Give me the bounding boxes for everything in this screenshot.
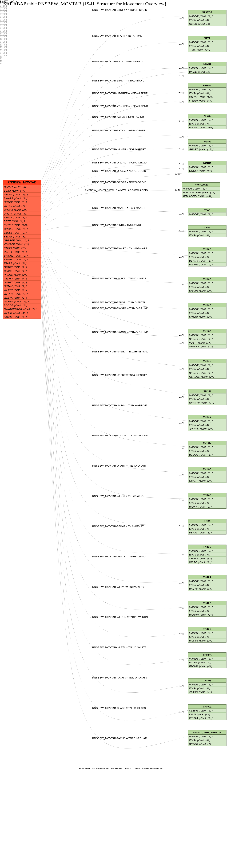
edge-cardinality: 0..N xyxy=(179,333,184,336)
source-field: FACHS [CHAR (8)] xyxy=(3,315,41,318)
edge-cardinality: 0..N xyxy=(179,447,184,450)
source-field: DSPTY [CHAR (8)] xyxy=(3,250,41,254)
target-field: EINRI [CHAR (4)] xyxy=(188,255,226,259)
edge-cardinality: 0..N xyxy=(179,16,184,19)
edge-cardinality: 0..N xyxy=(179,553,184,556)
target-field: UNFAR [CHAR (3)] xyxy=(188,289,226,292)
edge-cardinality: 0..N xyxy=(179,658,184,661)
source-field: STOID [CHAR (3)] xyxy=(3,246,41,250)
target-field: MANDT [CLNT (3)] xyxy=(188,363,226,367)
target-table-NWPLACE: NWPLACEMANDT [CLNT (3)]WPLACETYPE [CHAR … xyxy=(182,182,221,198)
source-field: FACHR [CHAR (4)] xyxy=(3,277,41,281)
target-field: MANDT [CLNT (3)] xyxy=(188,88,226,91)
edge-label: RNSBEW_MOVTAB-WLHSP = NGPA-GPART xyxy=(92,148,146,151)
edge-label: RNSBEW_MOVTAB-BETT = NBAU-BAUID xyxy=(92,60,142,63)
source-field: WLTYP [CHAR (6)] xyxy=(3,288,41,292)
one-marker: 1 xyxy=(0,0,1,3)
target-field: EINRI [CHAR (4)] xyxy=(188,285,226,289)
edge-cardinality: 0..N xyxy=(179,607,184,610)
edge-label: RNSBEW_MOVTAB-WLRRN = TN42B-WLRRN xyxy=(92,615,148,618)
edge-cardinality: 0..N xyxy=(179,66,184,69)
edge-label: RNSBEW_MOVTAB-BWGR2 = TN14G-GRUND xyxy=(92,331,148,334)
target-table-TNWAT: TNWAT_ABB_BEFRGRMANDT [CLNT (3)]EINRI [C… xyxy=(188,730,227,746)
target-table-name: NWPLACE xyxy=(182,183,220,187)
target-table-name: NBEW xyxy=(188,83,226,88)
target-table-TNPC1: TNPC1CLIENT [CLNT (3)]INSTI [CHAR (4)]PC… xyxy=(188,704,227,720)
target-field: EINRI [CHAR (4)] xyxy=(188,475,226,479)
target-field: GRUND [CHAR (2)] xyxy=(188,345,226,348)
target-table-name: TN14P xyxy=(188,493,226,497)
target-field: MANDT [CLNT (3)] xyxy=(182,187,220,191)
target-field: BEFGR [CHAR (2)] xyxy=(188,742,226,746)
target-table-NGPA: NGPAMANDT [CLNT (3)]GPART [CHAR (10)] xyxy=(188,139,227,151)
edge-cardinality: 0..N xyxy=(179,283,184,286)
source-field: CLASS [CHAR (4)] xyxy=(3,269,41,273)
target-field: MANDT [CLNT (3)] xyxy=(188,118,226,122)
target-table-name: TN42A xyxy=(188,575,226,579)
edge-label: RNSBEW_MOVTAB-WPLID = NWPLACE-WPLACEID xyxy=(85,189,148,192)
target-table-TN14B: TN14BMANDT [CLNT (3)]EINRI [CHAR (4)]BEW… xyxy=(188,247,227,267)
target-field: MANDT [CLNT (3)] xyxy=(188,471,226,475)
edge-cardinality: 0..N xyxy=(179,135,184,138)
target-field: INSTI [CHAR (4)] xyxy=(188,713,226,716)
target-table-TN42C: TN42CMANDT [CLNT (3)]EINRI [CHAR (4)]WLS… xyxy=(188,627,227,643)
target-field: EINRI [CHAR (4)] xyxy=(188,686,226,690)
target-field: MANDT [CLNT (3)] xyxy=(188,307,226,311)
edge-label: RNSBEW_MOVTAB-TPART = N1TA-TPAE xyxy=(92,34,142,37)
target-table-name: TN42C xyxy=(188,627,226,631)
target-field: ORGID [CHAR (8)] xyxy=(188,557,226,560)
source-field: FALNR [CHAR (10)] xyxy=(3,193,41,196)
target-table-name: TN14D xyxy=(188,303,226,307)
edge-cardinality: 0..N xyxy=(179,230,184,233)
edge-cardinality: 0..N xyxy=(179,42,184,45)
edge-cardinality: 0..N xyxy=(179,341,184,344)
target-field: OPART [CHAR (2)] xyxy=(188,479,226,483)
target-field: STOID [CHAR (3)] xyxy=(188,22,226,26)
target-table-TN24: TN24MANDT [CLNT (3)]EINRI [CHAR (4)]BEKA… xyxy=(188,519,227,534)
target-field: EINRI [CHAR (4)] xyxy=(188,397,226,401)
target-table-name: N1STGR xyxy=(188,10,226,14)
source-field: MANDT [CLNT (3)] xyxy=(3,185,41,189)
target-field: CLIENT [CLNT (3)] xyxy=(188,709,226,713)
source-field: NWATBEFRGR [CHAR (2)] xyxy=(3,307,41,311)
target-field: EINRI [CHAR (4)] xyxy=(188,311,226,315)
edge-cardinality: 0..N xyxy=(179,581,184,584)
target-table-name: NGPA xyxy=(188,140,226,144)
target-table-name: TNKFA xyxy=(188,653,226,657)
edge-cardinality: 0..N xyxy=(179,212,184,215)
edge-label: RNSBEW_MOVTAB-NFGREF = NBEW-LFDNR xyxy=(92,92,148,95)
edge-cardinality: 0..N xyxy=(179,163,184,166)
target-field: BEWTY [CHAR (1)] xyxy=(188,371,226,375)
edge-cardinality: 0..N xyxy=(179,710,184,713)
target-field: MANDT [CLNT (3)] xyxy=(188,14,226,18)
target-field: MANDT [CLNT (3)] xyxy=(188,683,226,686)
edge-label: RNSBEW_MOVTAB-EXTKH = NGPA-GPART xyxy=(92,129,145,132)
target-field: MANDT [CLNT (3)] xyxy=(188,251,226,255)
target-field: MANDT [CLNT (3)] xyxy=(188,549,226,553)
source-field: ORGAU [CHAR (8)] xyxy=(3,227,41,231)
target-field: EINRI [CHAR (4)] xyxy=(188,449,226,453)
target-table-TN14K: TN14KMANDT [CLNT (3)]EINRI [CHAR (4)]ARR… xyxy=(188,415,227,431)
edge-cardinality: 0..N xyxy=(175,173,180,176)
target-field: MANDT [CLNT (3)] xyxy=(188,281,226,285)
target-field: RESCTY [CHAR (4)] xyxy=(188,401,226,405)
target-table-name: TN42B xyxy=(188,601,226,605)
target-field: MANDT [CLNT (3)] xyxy=(188,735,226,738)
edge-label: RNSBEW_MOVTAB-ORGFA = NORG-ORGID xyxy=(92,169,146,172)
target-field: FATYP [CHAR (1)] xyxy=(188,660,226,664)
edge-cardinality: 0..N xyxy=(179,473,184,476)
target-field: MANDT [CLNT (3)] xyxy=(188,144,226,148)
edge-label: RNSBEW_MOVTAB-BCODE = TN14M-BCODE xyxy=(92,434,148,437)
target-field: FALNR [CHAR (10)] xyxy=(188,126,226,129)
source-field: WLHSP [CHAR (10)] xyxy=(3,300,41,304)
edge-label: RNSBEW_MOVTAB-ZIMMR = NBAU-BAUID xyxy=(92,79,144,82)
target-table-TN42A: TN42AMANDT [CLNT (3)]EINRI [CHAR (4)]WLT… xyxy=(188,575,227,591)
source-field: UNFKZ [CHAR (3)] xyxy=(3,200,41,204)
source-field: ORGFA [CHAR (8)] xyxy=(3,208,41,212)
source-field: BWGR1 [CHAR (2)] xyxy=(3,254,41,258)
target-field: EINRI [CHAR (4)] xyxy=(188,423,226,427)
target-table-TNKFA: TNKFAMANDT [CLNT (3)]FATYP [CHAR (1)]FAC… xyxy=(188,652,227,668)
edge-label: RNSBEW_MOVTAB-DSPTY = TN40B-DISPO xyxy=(92,555,145,558)
target-table-NBAU: NBAUMANDT [CLNT (3)]BAUID [CHAR (8)] xyxy=(188,62,227,74)
target-field: PCHAR [CHAR (8)] xyxy=(188,716,226,720)
